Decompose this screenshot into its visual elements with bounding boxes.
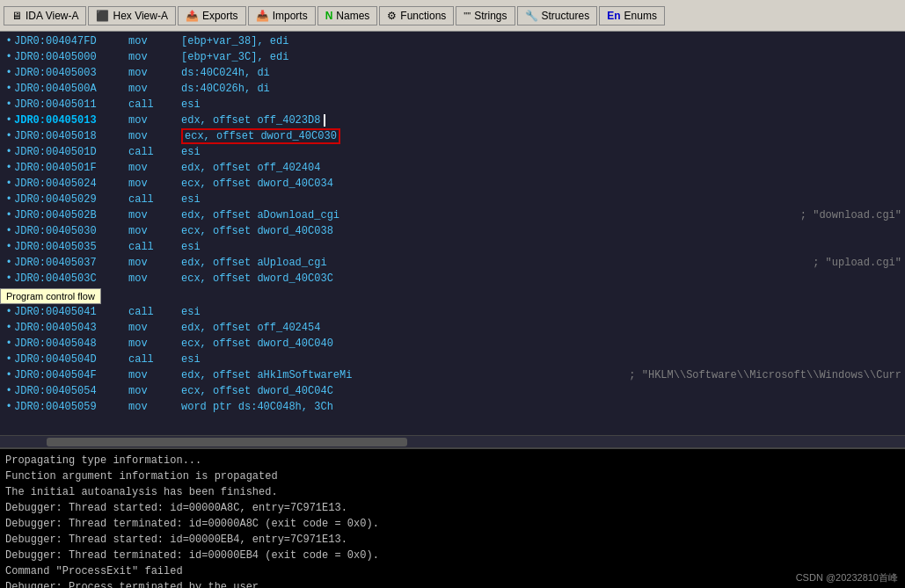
line-bullet: • [4, 241, 14, 253]
line-bullet: • [4, 146, 14, 158]
code-line[interactable]: •JDR0:0040504Fmovedx, offset aHklmSoftwa… [0, 367, 905, 383]
tab-enums[interactable]: En Enums [599, 6, 665, 25]
code-line[interactable]: •JDR0:00405035callesi [0, 239, 905, 255]
line-address: JDR0:00405003 [14, 67, 128, 79]
code-line[interactable]: •JDR0:00405029callesi [0, 192, 905, 207]
code-line[interactable]: •JDR0:0040501Fmovedx, offset off_402404 [0, 160, 905, 176]
tab-hex-view[interactable]: ⬛ Hex View-A [88, 6, 175, 25]
code-line[interactable]: •JDR0:00405011callesi [0, 97, 905, 113]
imports-icon: 📥 [256, 10, 269, 22]
line-mnemonic: mov [128, 272, 181, 285]
code-line[interactable]: •JDR0:00405048movecx, offset dword_40C04… [0, 336, 905, 352]
line-operands: esi [181, 98, 901, 111]
line-address: JDR0:00405048 [14, 338, 128, 350]
line-address: JDR0:00405024 [14, 178, 128, 190]
strings-icon: "" [463, 11, 471, 21]
line-bullet: • [4, 369, 14, 381]
watermark: CSDN @20232810首峰 [796, 571, 898, 584]
line-operands: [ebp+var_3C], edi [181, 51, 901, 63]
line-mnemonic: mov [128, 225, 181, 237]
line-bullet: • [4, 225, 14, 237]
line-address: JDR0:00405037 [14, 257, 128, 269]
code-line[interactable]: •JDR0:00405043movedx, offset off_402454 [0, 320, 905, 336]
line-bullet: • [4, 83, 14, 95]
code-line[interactable]: •JDR0:00405024movecx, offset dword_40C03… [0, 176, 905, 192]
line-bullet: • [4, 178, 14, 190]
tab-functions-label: Functions [400, 10, 446, 22]
line-operands: ecx, offset dword_40C04C [181, 385, 901, 397]
line-address: JDR0:0040503C [14, 272, 128, 285]
console-line: Debugger: Process terminated by the user… [5, 579, 900, 588]
horizontal-scrollbar[interactable] [0, 435, 905, 447]
console-line: Function argument information is propaga… [5, 468, 900, 484]
code-line[interactable]: •JDR0:0040502Bmovedx, offset aDownload_c… [0, 207, 905, 223]
code-line[interactable]: Program control flow•JDR0:00405041calles… [0, 304, 905, 320]
line-bullet: • [4, 272, 14, 285]
line-operands: ds:40C024h, di [181, 67, 901, 79]
line-address: JDR0:00405018 [14, 130, 128, 142]
tab-exports[interactable]: 📤 Exports [178, 6, 246, 25]
code-line[interactable]: •JDR0:00405013movedx, offset off_4023D8 [0, 113, 905, 128]
line-mnemonic: call [128, 353, 181, 366]
code-line[interactable]: •JDR0:00405054movecx, offset dword_40C04… [0, 383, 905, 399]
line-bullet: • [4, 35, 14, 47]
line-operands: esi [181, 193, 901, 206]
tab-functions[interactable]: ⚙ Functions [379, 6, 454, 25]
code-view[interactable]: •JDR0:004047FDmov[ebp+var_38], edi•JDR0:… [0, 32, 905, 435]
line-bullet: • [4, 98, 14, 111]
structures-icon: 🔧 [525, 10, 538, 22]
line-bullet: • [4, 209, 14, 221]
line-mnemonic: call [128, 98, 181, 111]
code-line[interactable]: •JDR0:00405030movecx, offset dword_40C03… [0, 223, 905, 239]
line-address: JDR0:00405013 [14, 114, 128, 127]
console-line: The initial autoanalysis has been finish… [5, 484, 900, 500]
code-line[interactable]: •JDR0:0040503Cmovecx, offset dword_40C03… [0, 271, 905, 287]
line-address: JDR0:00405035 [14, 241, 128, 253]
line-bullet: • [4, 193, 14, 206]
line-address: JDR0:00405054 [14, 385, 128, 397]
line-operands: ecx, offset dword_40C040 [181, 338, 901, 350]
code-line[interactable]: •JDR0:00405003movds:40C024h, di [0, 65, 905, 81]
functions-icon: ⚙ [387, 10, 397, 22]
line-address: JDR0:00405029 [14, 193, 128, 206]
line-bullet: • [4, 51, 14, 63]
line-operands: edx, offset aHklmSoftwareMi [181, 369, 611, 381]
code-line[interactable]: •JDR0:0040501Dcallesi [0, 144, 905, 160]
tooltip: Program control flow [0, 288, 101, 304]
code-line[interactable]: •JDR0:0040500Amovds:40C026h, di [0, 81, 905, 97]
line-operands: edx, offset aUpload_cgi [181, 257, 795, 269]
ida-view-icon: 🖥 [11, 10, 22, 22]
tab-names[interactable]: N Names [317, 6, 378, 25]
tab-structures-label: Structures [542, 10, 590, 22]
line-address: JDR0:00405030 [14, 225, 128, 237]
line-operands: edx, offset off_4023D8 [181, 114, 901, 127]
line-bullet: • [4, 385, 14, 397]
line-operands: ecx, offset dword_40C03C [181, 272, 901, 285]
tab-imports[interactable]: 📥 Imports [248, 6, 316, 25]
line-bullet: • [4, 306, 14, 318]
tab-names-label: Names [336, 10, 369, 22]
line-operands: edx, offset off_402454 [181, 322, 901, 334]
hscroll-thumb[interactable] [47, 438, 407, 446]
toolbar: 🖥 IDA View-A ⬛ Hex View-A 📤 Exports 📥 Im… [0, 0, 905, 32]
line-address: JDR0:0040504F [14, 369, 128, 381]
line-bullet: • [4, 257, 14, 269]
line-bullet: • [4, 114, 14, 127]
line-mnemonic: mov [128, 178, 181, 190]
line-comment: ; "download.cgi" [800, 209, 901, 221]
code-line[interactable]: •JDR0:00405059movword ptr ds:40C048h, 3C… [0, 399, 905, 415]
console-line: Debugger: Thread started: id=00000A8C, e… [5, 500, 900, 516]
line-mnemonic: call [128, 306, 181, 318]
code-line[interactable]: •JDR0:00405037movedx, offset aUpload_cgi… [0, 255, 905, 271]
code-line[interactable]: •JDR0:0040504Dcallesi [0, 352, 905, 367]
code-line[interactable]: •JDR0:00405018movecx, offset dword_40C03… [0, 128, 905, 144]
tab-structures[interactable]: 🔧 Structures [517, 6, 598, 25]
line-address: JDR0:0040500A [14, 83, 128, 95]
code-line[interactable]: •JDR0:00405000mov[ebp+var_3C], edi [0, 49, 905, 65]
line-bullet: • [4, 338, 14, 350]
tab-ida-view[interactable]: 🖥 IDA View-A [4, 6, 86, 25]
line-operands: ecx, offset dword_40C034 [181, 178, 901, 190]
line-operands: [ebp+var_38], edi [181, 35, 901, 47]
tab-strings[interactable]: "" Strings [456, 6, 515, 25]
code-line[interactable]: •JDR0:004047FDmov[ebp+var_38], edi [0, 33, 905, 49]
